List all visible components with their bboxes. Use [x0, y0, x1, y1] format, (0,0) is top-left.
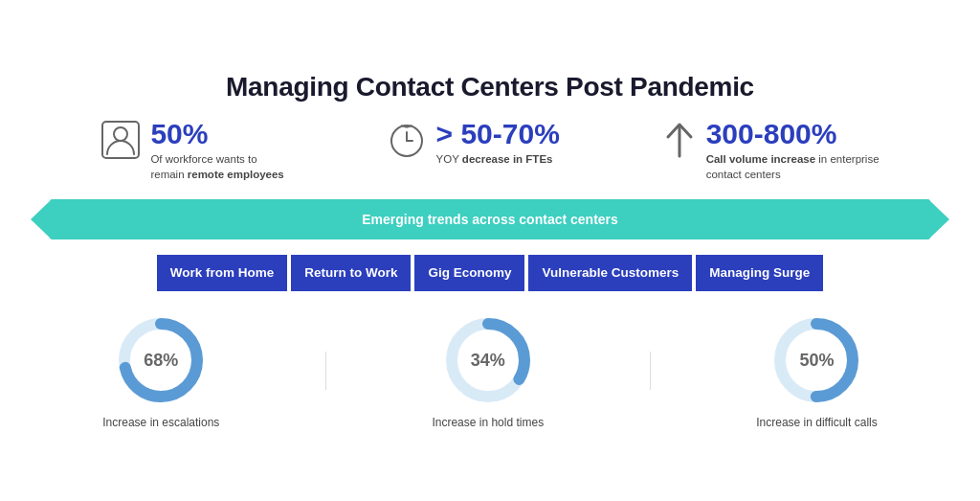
- donut-label-0: 68%: [144, 350, 178, 370]
- donut-divider-2: [650, 352, 651, 390]
- trend-box-3[interactable]: Vulnerable Customers: [528, 255, 692, 291]
- stat-item-3: 300-800% Call volume increase in enterpr…: [662, 118, 880, 182]
- svg-point-1: [114, 127, 127, 141]
- donut-desc-2: Increase in difficult calls: [756, 416, 878, 429]
- page-title: Managing Contact Centers Post Pandemic: [50, 72, 930, 102]
- stat-number-1: 50%: [150, 118, 283, 149]
- donut-chart-0: 68%: [113, 312, 209, 408]
- arrow-up-icon: [662, 120, 697, 166]
- donut-chart-1: 34%: [440, 312, 536, 408]
- clock-icon: [387, 120, 427, 166]
- donut-row: 68% Increase in escalations 34% Increase…: [50, 312, 930, 429]
- person-icon: [100, 120, 141, 166]
- donut-chart-2: 50%: [768, 312, 864, 408]
- stat-item-1: 50% Of workforce wants toremain remote e…: [100, 118, 283, 182]
- trend-boxes: Work from Home Return to Work Gig Econom…: [50, 255, 930, 291]
- trend-box-4[interactable]: Managing Surge: [696, 255, 823, 291]
- stat-desc-1: Of workforce wants toremain remote emplo…: [150, 151, 283, 182]
- stat-number-2: > 50-70%: [436, 118, 560, 149]
- arrow-section: Emerging trends across contact centers: [50, 199, 930, 239]
- arrow-text: Emerging trends across contact centers: [362, 212, 618, 227]
- donut-desc-0: Increase in escalations: [102, 416, 219, 429]
- donut-label-2: 50%: [799, 350, 834, 370]
- donut-desc-1: Increase in hold times: [432, 416, 544, 429]
- stat-desc-2: YOY decrease in FTEs: [436, 151, 560, 167]
- stats-row: 50% Of workforce wants toremain remote e…: [50, 118, 930, 182]
- donut-item-0: 68% Increase in escalations: [102, 312, 219, 429]
- donut-item-2: 50% Increase in difficult calls: [756, 312, 878, 429]
- stat-number-3: 300-800%: [706, 118, 880, 149]
- main-container: Managing Contact Centers Post Pandemic 5…: [31, 62, 949, 439]
- donut-item-1: 34% Increase in hold times: [432, 312, 544, 429]
- trend-box-2[interactable]: Gig Economy: [414, 255, 524, 291]
- trend-box-0[interactable]: Work from Home: [157, 255, 288, 291]
- stat-desc-3: Call volume increase in enterprisecontac…: [706, 151, 880, 182]
- trend-box-1[interactable]: Return to Work: [291, 255, 411, 291]
- donut-divider-1: [325, 352, 326, 390]
- donut-label-1: 34%: [471, 350, 505, 370]
- stat-item-2: > 50-70% YOY decrease in FTEs: [387, 118, 560, 167]
- arrow-bar: Emerging trends across contact centers: [50, 199, 930, 239]
